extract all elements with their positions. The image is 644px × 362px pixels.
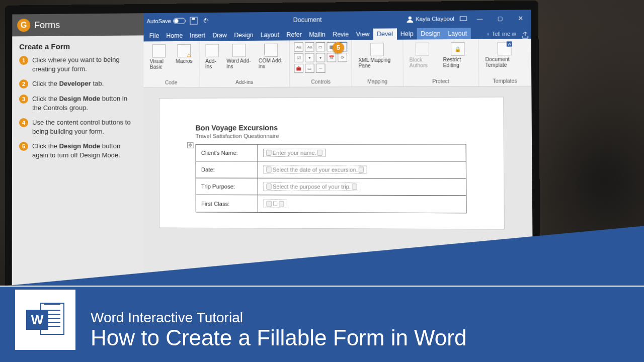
block-authors-button[interactable]: Block Authors: [407, 41, 438, 69]
svg-rect-1: [192, 18, 195, 20]
banner-title: How to Create a Fillable Form in Word: [91, 326, 466, 350]
checkbox-control-button[interactable]: ☑: [294, 53, 304, 62]
user-account[interactable]: Kayla Claypool: [406, 15, 454, 23]
step-number-icon: 5: [19, 142, 28, 151]
share-icon[interactable]: [521, 32, 529, 39]
tell-me-search[interactable]: ♀ Tell me w: [482, 29, 519, 39]
tab-home[interactable]: Home: [163, 30, 186, 42]
tab-view[interactable]: View: [352, 29, 373, 40]
xml-mapping-button[interactable]: XML Mapping Pane: [356, 42, 398, 70]
tab-table-design[interactable]: Design: [417, 28, 444, 40]
doc-subtitle: Travel Satisfaction Questionnaire: [196, 133, 466, 139]
autosave-toggle[interactable]: AutoSave: [147, 18, 186, 25]
group-button[interactable]: ▭: [305, 64, 314, 73]
visual-basic-button[interactable]: Visual Basic: [148, 43, 171, 71]
table-row: First Class:☐: [196, 195, 466, 213]
plain-text-control-button[interactable]: Aa: [305, 42, 314, 51]
step-number-icon: 1: [19, 56, 28, 65]
field-label: Date:: [196, 161, 258, 178]
step-4: 4Use the content control buttons to bein…: [19, 118, 136, 136]
ribbon-group-protect: Block Authors 🔒Restrict Editing Protect: [403, 39, 479, 86]
tab-design[interactable]: Design: [230, 30, 257, 41]
save-icon[interactable]: [190, 17, 198, 25]
word-app-icon: W: [15, 290, 75, 350]
tutorial-title: Create a Form: [19, 42, 136, 51]
dropdown-control-button[interactable]: ▾: [316, 53, 326, 62]
date-picker-control-button[interactable]: 📅: [327, 53, 337, 62]
form-table: Client's Name:Enter your name. Date:Sele…: [196, 144, 467, 213]
com-addins-button[interactable]: COM Add-ins: [257, 43, 285, 70]
title-banner: W Word Interactive Tutorial How to Creat…: [0, 256, 644, 362]
ribbon-display-icon[interactable]: [459, 15, 467, 22]
picture-control-button[interactable]: ▭: [316, 42, 326, 51]
field-label: First Class:: [196, 195, 258, 212]
step-number-icon: 3: [19, 95, 28, 104]
field-label: Client's Name:: [196, 144, 258, 161]
ribbon: Visual Basic ⚠Macros Code Add-ins Word A…: [144, 39, 532, 88]
callout-step-5: 5: [333, 42, 344, 54]
word-addins-button[interactable]: Word Add-ins: [224, 43, 254, 70]
step-1: 1Click where you want to being creating …: [19, 55, 136, 73]
ribbon-group-templates: WDocument Template Templates: [479, 39, 532, 86]
minimize-button[interactable]: —: [472, 13, 488, 24]
content-control-date[interactable]: Select the date of your excursion.: [263, 165, 367, 173]
content-control-name[interactable]: Enter your name.: [263, 149, 326, 157]
document-title: Document: [210, 16, 406, 24]
legacy-tools-button[interactable]: 🧰: [294, 64, 304, 73]
content-control-purpose[interactable]: Select the purpose of your trip.: [263, 183, 360, 191]
svg-rect-3: [460, 17, 467, 21]
document-page: Bon Voyage Excursions Travel Satisfactio…: [159, 97, 505, 230]
macros-button[interactable]: ⚠Macros: [174, 43, 195, 65]
doc-title: Bon Voyage Excursions: [195, 123, 466, 132]
tab-developer[interactable]: Devel: [373, 28, 397, 40]
field-label: Trip Purpose:: [196, 178, 258, 195]
table-row: Client's Name:Enter your name.: [196, 144, 466, 161]
tutorial-header-label: Forms: [34, 20, 60, 30]
close-button[interactable]: ✕: [513, 13, 528, 24]
content-control-firstclass[interactable]: ☐: [263, 199, 287, 208]
document-template-button[interactable]: WDocument Template: [483, 41, 526, 69]
maximize-button[interactable]: ▢: [493, 13, 508, 24]
step-2: 2Click the Developer tab.: [19, 79, 136, 88]
tab-file[interactable]: File: [146, 30, 163, 41]
repeating-section-button[interactable]: ⟳: [338, 53, 348, 62]
table-row: Date:Select the date of your excursion.: [196, 161, 466, 178]
tutorial-header: G Forms: [12, 13, 143, 36]
step-number-icon: 2: [19, 79, 28, 88]
combo-box-control-button[interactable]: ▾: [305, 53, 314, 62]
tab-insert[interactable]: Insert: [186, 30, 209, 41]
addins-button[interactable]: Add-ins: [203, 43, 221, 70]
tab-references[interactable]: Refer: [283, 29, 305, 41]
tab-table-layout[interactable]: Layout: [444, 28, 471, 39]
ribbon-group-code: Visual Basic ⚠Macros Code: [144, 41, 200, 87]
tab-review[interactable]: Revie: [329, 29, 352, 40]
user-icon: [406, 16, 414, 23]
step-number-icon: 4: [19, 118, 28, 127]
rich-text-control-button[interactable]: Aa: [294, 42, 304, 51]
customguide-logo-icon: G: [17, 19, 30, 32]
step-3: 3Click the Design Mode button in the Con…: [19, 94, 136, 112]
table-anchor-icon[interactable]: ✥: [187, 142, 193, 148]
step-5: 5Click the Design Mode button again to t…: [19, 142, 137, 159]
banner-subtitle: Word Interactive Tutorial: [91, 310, 466, 326]
ribbon-group-addins: Add-ins Word Add-ins COM Add-ins Add-ins: [199, 40, 290, 87]
properties-button[interactable]: ⋯: [316, 64, 326, 73]
tab-mailings[interactable]: Mailin: [305, 29, 329, 40]
toggle-icon: [173, 18, 185, 24]
ribbon-group-mapping: XML Mapping Pane Mapping: [352, 40, 404, 86]
tab-draw[interactable]: Draw: [209, 30, 230, 41]
undo-icon[interactable]: [202, 17, 210, 25]
restrict-editing-button[interactable]: 🔒Restrict Editing: [441, 41, 474, 69]
svg-point-2: [408, 17, 411, 20]
tab-help[interactable]: Help: [396, 28, 417, 40]
tab-layout[interactable]: Layout: [257, 29, 283, 41]
table-row: Trip Purpose:Select the purpose of your …: [196, 178, 466, 196]
